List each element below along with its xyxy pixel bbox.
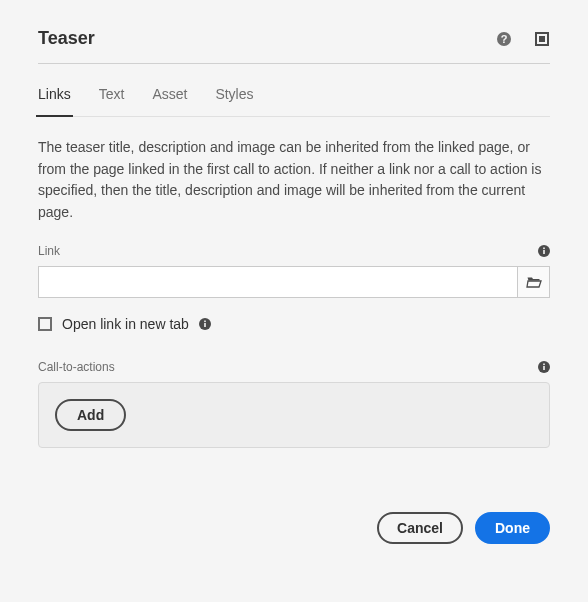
svg-rect-5 xyxy=(543,250,545,254)
cta-label: Call-to-actions xyxy=(38,360,115,374)
open-new-tab-checkbox[interactable] xyxy=(38,317,52,331)
info-icon[interactable] xyxy=(538,361,550,373)
done-button[interactable]: Done xyxy=(475,512,550,544)
links-panel: The teaser title, description and image … xyxy=(38,117,550,448)
tab-asset[interactable]: Asset xyxy=(152,86,187,116)
svg-rect-11 xyxy=(543,366,545,370)
cta-field-header: Call-to-actions xyxy=(38,360,550,374)
fullscreen-icon[interactable] xyxy=(534,31,550,47)
dialog-footer: Cancel Done xyxy=(38,512,550,544)
dialog-title: Teaser xyxy=(38,28,95,49)
svg-rect-6 xyxy=(543,247,545,249)
link-field-header: Link xyxy=(38,244,550,258)
svg-rect-3 xyxy=(539,36,545,42)
link-input-group xyxy=(38,266,550,298)
panel-description: The teaser title, description and image … xyxy=(38,137,550,224)
link-input[interactable] xyxy=(38,266,518,298)
folder-open-icon xyxy=(526,274,542,290)
cancel-button[interactable]: Cancel xyxy=(377,512,463,544)
cta-multifield: Add xyxy=(38,382,550,448)
open-new-tab-label: Open link in new tab xyxy=(62,316,189,332)
teaser-dialog: Teaser ? Links Text Asset Styles The tea… xyxy=(0,0,588,564)
open-new-tab-row: Open link in new tab xyxy=(38,316,550,332)
tab-styles[interactable]: Styles xyxy=(215,86,253,116)
svg-text:?: ? xyxy=(501,33,508,45)
add-cta-button[interactable]: Add xyxy=(55,399,126,431)
tab-text[interactable]: Text xyxy=(99,86,125,116)
browse-button[interactable] xyxy=(518,266,550,298)
svg-rect-8 xyxy=(204,323,206,327)
dialog-header: Teaser ? xyxy=(38,28,550,64)
tab-list: Links Text Asset Styles xyxy=(38,86,550,117)
help-icon[interactable]: ? xyxy=(496,31,512,47)
tab-links[interactable]: Links xyxy=(38,86,71,116)
link-label: Link xyxy=(38,244,60,258)
svg-rect-9 xyxy=(204,320,206,322)
header-actions: ? xyxy=(496,31,550,47)
svg-rect-12 xyxy=(543,363,545,365)
info-icon[interactable] xyxy=(538,245,550,257)
info-icon[interactable] xyxy=(199,318,211,330)
